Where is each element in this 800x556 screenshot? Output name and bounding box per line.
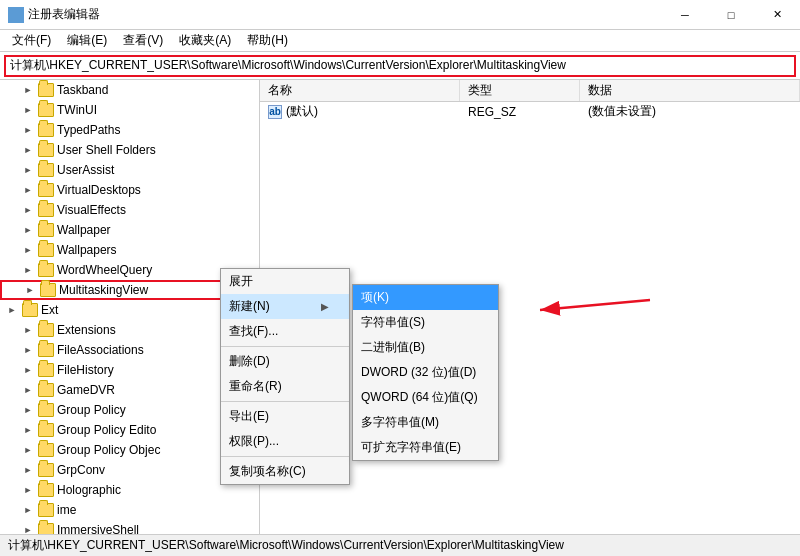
minimize-button[interactable]: ─ [662, 0, 708, 30]
folder-icon [38, 243, 54, 257]
tree-expand-icon[interactable]: ► [20, 142, 36, 158]
tree-item[interactable]: ►Taskband [0, 80, 259, 100]
table-row[interactable]: ab(默认)REG_SZ(数值未设置) [260, 102, 800, 122]
tree-item[interactable]: ►TypedPaths [0, 120, 259, 140]
context-menu-label: 查找(F)... [229, 323, 278, 340]
tree-item-label: VisualEffects [57, 203, 126, 217]
tree-item-label: MultitaskingView [59, 283, 148, 297]
col-header-name[interactable]: 名称 [260, 80, 460, 101]
cell-name-text: (默认) [286, 103, 318, 120]
tree-item-label: FileAssociations [57, 343, 144, 357]
context-menu-item-export[interactable]: 导出(E) [221, 404, 349, 429]
context-menu-label: 复制项名称(C) [229, 463, 306, 480]
folder-icon [38, 343, 54, 357]
window-title: 注册表编辑器 [28, 6, 100, 23]
tree-item-label: GameDVR [57, 383, 115, 397]
tree-item[interactable]: ►VirtualDesktops [0, 180, 259, 200]
context-menu-item-rename[interactable]: 重命名(R) [221, 374, 349, 399]
tree-expand-icon[interactable]: ► [20, 262, 36, 278]
folder-icon [38, 443, 54, 457]
folder-icon [38, 323, 54, 337]
tree-expand-icon[interactable]: ► [20, 162, 36, 178]
folder-icon [38, 483, 54, 497]
tree-item-label: Group Policy Edito [57, 423, 156, 437]
menu-item-编辑(E)[interactable]: 编辑(E) [59, 30, 115, 51]
tree-expand-icon[interactable]: ► [20, 222, 36, 238]
folder-icon [38, 523, 54, 534]
tree-expand-icon[interactable]: ► [20, 242, 36, 258]
tree-expand-icon[interactable]: ► [20, 462, 36, 478]
submenu[interactable]: 项(K)字符串值(S)二进制值(B)DWORD (32 位)值(D)QWORD … [352, 284, 499, 461]
tree-expand-icon[interactable]: ► [4, 302, 20, 318]
context-menu-item-copy[interactable]: 复制项名称(C) [221, 459, 349, 484]
tree-expand-icon[interactable]: ► [20, 422, 36, 438]
tree-expand-icon[interactable]: ► [20, 102, 36, 118]
red-arrow [490, 280, 690, 480]
tree-expand-icon[interactable]: ► [20, 362, 36, 378]
tree-expand-icon[interactable]: ► [20, 522, 36, 534]
tree-expand-icon[interactable]: ► [20, 322, 36, 338]
tree-expand-icon[interactable]: ► [20, 442, 36, 458]
tree-item-label: GrpConv [57, 463, 105, 477]
tree-item[interactable]: ►Wallpapers [0, 240, 259, 260]
svg-line-1 [540, 300, 650, 310]
cell-name: ab(默认) [260, 103, 460, 120]
menu-divider [221, 401, 349, 402]
tree-item[interactable]: ►User Shell Folders [0, 140, 259, 160]
context-menu-label: 删除(D) [229, 353, 270, 370]
submenu-item-key[interactable]: 项(K) [353, 285, 498, 310]
folder-icon [38, 403, 54, 417]
submenu-item-qword[interactable]: QWORD (64 位)值(Q) [353, 385, 498, 410]
tree-expand-icon[interactable]: ► [20, 82, 36, 98]
submenu-item-multi[interactable]: 多字符串值(M) [353, 410, 498, 435]
close-button[interactable]: ✕ [754, 0, 800, 30]
tree-expand-icon[interactable]: ► [20, 202, 36, 218]
folder-icon [38, 203, 54, 217]
submenu-item-binary[interactable]: 二进制值(B) [353, 335, 498, 360]
context-menu-item-permission[interactable]: 权限(P)... [221, 429, 349, 454]
context-menu-label: 重命名(R) [229, 378, 282, 395]
context-menu-label: 导出(E) [229, 408, 269, 425]
folder-icon [38, 83, 54, 97]
tree-item-label: FileHistory [57, 363, 114, 377]
folder-icon [38, 183, 54, 197]
tree-expand-icon[interactable]: ► [20, 382, 36, 398]
maximize-button[interactable]: □ [708, 0, 754, 30]
menu-item-收藏夹(A)[interactable]: 收藏夹(A) [171, 30, 239, 51]
context-menu-item-find[interactable]: 查找(F)... [221, 319, 349, 344]
tree-item[interactable]: ►UserAssist [0, 160, 259, 180]
title-buttons: ─ □ ✕ [662, 0, 800, 30]
tree-item[interactable]: ►VisualEffects [0, 200, 259, 220]
tree-expand-icon[interactable]: ► [20, 502, 36, 518]
submenu-item-expand-string[interactable]: 可扩充字符串值(E) [353, 435, 498, 460]
submenu-item-dword[interactable]: DWORD (32 位)值(D) [353, 360, 498, 385]
tree-item[interactable]: ►ime [0, 500, 259, 520]
menu-item-帮助(H)[interactable]: 帮助(H) [239, 30, 296, 51]
tree-expand-icon[interactable]: ► [20, 482, 36, 498]
tree-item[interactable]: ►Wallpaper [0, 220, 259, 240]
address-input[interactable] [4, 55, 796, 77]
tree-expand-icon[interactable]: ► [20, 402, 36, 418]
menu-item-文件(F)[interactable]: 文件(F) [4, 30, 59, 51]
menu-item-查看(V)[interactable]: 查看(V) [115, 30, 171, 51]
tree-expand-icon[interactable]: ► [20, 122, 36, 138]
title-bar: 注册表编辑器 ─ □ ✕ [0, 0, 800, 30]
folder-icon [38, 223, 54, 237]
col-header-type[interactable]: 类型 [460, 80, 580, 101]
folder-icon [40, 283, 56, 297]
folder-icon [38, 123, 54, 137]
tree-item[interactable]: ►ImmersiveShell [0, 520, 259, 534]
context-menu-item-delete[interactable]: 删除(D) [221, 349, 349, 374]
context-menu[interactable]: 展开新建(N)▶查找(F)...删除(D)重命名(R)导出(E)权限(P)...… [220, 268, 350, 485]
tree-item-label: User Shell Folders [57, 143, 156, 157]
tree-expand-icon[interactable]: ► [22, 282, 38, 298]
tree-expand-icon[interactable]: ► [20, 182, 36, 198]
col-header-data[interactable]: 数据 [580, 80, 800, 101]
tree-item[interactable]: ►TWinUI [0, 100, 259, 120]
status-text: 计算机\HKEY_CURRENT_USER\Software\Microsoft… [8, 537, 564, 554]
context-menu-item-expand[interactable]: 展开 [221, 269, 349, 294]
tree-item-label: WordWheelQuery [57, 263, 152, 277]
context-menu-item-new[interactable]: 新建(N)▶ [221, 294, 349, 319]
submenu-item-string[interactable]: 字符串值(S) [353, 310, 498, 335]
tree-expand-icon[interactable]: ► [20, 342, 36, 358]
